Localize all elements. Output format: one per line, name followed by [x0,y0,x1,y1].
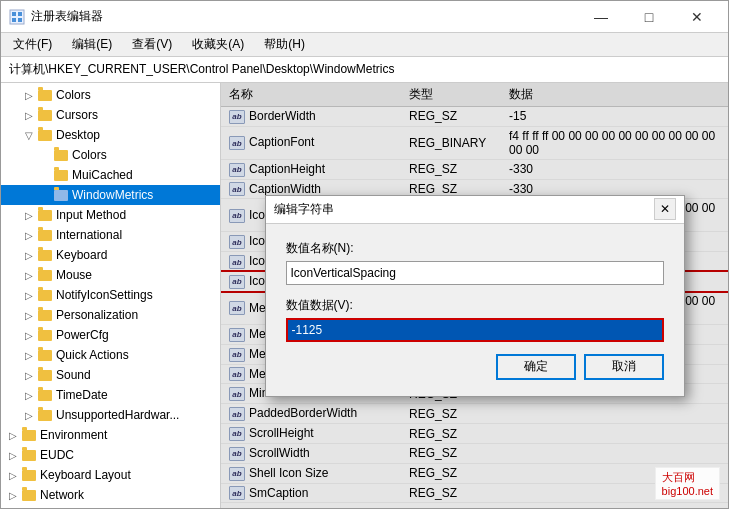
folder-icon [37,207,53,223]
menu-help[interactable]: 帮助(H) [256,34,313,55]
folder-icon [37,387,53,403]
folder-icon [21,427,37,443]
sidebar-item-windowmetrics[interactable]: WindowMetrics [1,185,220,205]
close-button[interactable]: ✕ [674,2,720,32]
sidebar-item-desktop[interactable]: ▽ Desktop [1,125,220,145]
sidebar-label: UnsupportedHardwar... [56,408,179,422]
data-input[interactable] [286,318,664,342]
maximize-button[interactable]: □ [626,2,672,32]
sidebar-item-eudc[interactable]: ▷ EUDC [1,445,220,465]
dialog-close-button[interactable]: ✕ [654,198,676,220]
menu-bar: 文件(F) 编辑(E) 查看(V) 收藏夹(A) 帮助(H) [1,33,728,57]
expander-icon: ▷ [21,347,37,363]
sidebar-label: Sound [56,368,91,382]
sidebar-item-quickactions[interactable]: ▷ Quick Actions [1,345,220,365]
sidebar-item-mouse[interactable]: ▷ Mouse [1,265,220,285]
sidebar-item-timedate[interactable]: ▷ TimeDate [1,385,220,405]
sidebar-item-environment[interactable]: ▷ Environment [1,425,220,445]
sidebar-item-muicached[interactable]: MuiCached [1,165,220,185]
breadcrumb-text: 计算机\HKEY_CURRENT_USER\Control Panel\Desk… [9,61,394,78]
dialog-title-bar: 编辑字符串 ✕ [266,196,684,224]
watermark: 大百网 big100.net [655,467,720,500]
svg-rect-4 [18,18,22,22]
sidebar-label: MuiCached [72,168,133,182]
sidebar-label: PowerCfg [56,328,109,342]
watermark-site: 大百网 [662,471,695,483]
main-area: ▷ Colors ▷ Cursors ▽ Desktop Colors [1,83,728,508]
menu-favorites[interactable]: 收藏夹(A) [184,34,252,55]
expander-icon: ▽ [21,127,37,143]
expander-icon: ▷ [5,467,21,483]
menu-edit[interactable]: 编辑(E) [64,34,120,55]
sidebar-item-powercfg[interactable]: ▷ PowerCfg [1,325,220,345]
name-label: 数值名称(N): [286,240,664,257]
dialog-buttons: 确定 取消 [286,354,664,380]
sidebar-label: Keyboard [56,248,107,262]
expander-icon: ▷ [21,87,37,103]
expander-icon: ▷ [5,447,21,463]
expander-icon: ▷ [21,307,37,323]
content-area: 名称 类型 数据 abBorderWidthREG_SZ-15abCaption… [221,83,728,508]
folder-icon [21,487,37,503]
dialog-title: 编辑字符串 [274,201,334,218]
sidebar-label: NotifyIconSettings [56,288,153,302]
sidebar-item-personalization[interactable]: ▷ Personalization [1,305,220,325]
sidebar-item-network[interactable]: ▷ Network [1,485,220,505]
folder-icon [53,187,69,203]
sidebar-item-keyboardlayout[interactable]: ▷ Keyboard Layout [1,465,220,485]
sidebar-item-international[interactable]: ▷ International [1,225,220,245]
sidebar-item-colors-sub[interactable]: Colors [1,145,220,165]
sidebar-label: Environment [40,428,107,442]
dialog-body: 数值名称(N): 数值数据(V): 确定 取消 [266,224,684,396]
expander-icon [37,147,53,163]
sidebar-item-keyboard[interactable]: ▷ Keyboard [1,245,220,265]
expander-icon: ▷ [21,287,37,303]
edit-string-dialog: 编辑字符串 ✕ 数值名称(N): 数值数据(V): 确定 [265,195,685,397]
menu-view[interactable]: 查看(V) [124,34,180,55]
sidebar-item-notifyiconsettings[interactable]: ▷ NotifyIconSettings [1,285,220,305]
minimize-button[interactable]: — [578,2,624,32]
expander-icon: ▷ [21,367,37,383]
data-label: 数值数据(V): [286,297,664,314]
sidebar-label: Cursors [56,108,98,122]
folder-icon [21,467,37,483]
cancel-button[interactable]: 取消 [584,354,664,380]
folder-icon [21,447,37,463]
expander-icon [37,167,53,183]
sidebar-item-unsupported[interactable]: ▷ UnsupportedHardwar... [1,405,220,425]
folder-icon [37,307,53,323]
menu-file[interactable]: 文件(F) [5,34,60,55]
sidebar-label: Mouse [56,268,92,282]
confirm-button[interactable]: 确定 [496,354,576,380]
folder-icon [53,147,69,163]
watermark-url: big100.net [662,485,713,497]
sidebar-item-sound[interactable]: ▷ Sound [1,365,220,385]
sidebar-label: WindowMetrics [72,188,153,202]
expander-icon: ▷ [21,327,37,343]
folder-icon [37,367,53,383]
name-field-group: 数值名称(N): [286,240,664,285]
sidebar-label: Desktop [56,128,100,142]
svg-rect-3 [12,18,16,22]
sidebar-label: International [56,228,122,242]
expander-icon: ▷ [21,247,37,263]
sidebar-item-colors-top[interactable]: ▷ Colors [1,85,220,105]
folder-icon [37,347,53,363]
breadcrumb: 计算机\HKEY_CURRENT_USER\Control Panel\Desk… [1,57,728,83]
title-bar-left: 注册表编辑器 [9,8,103,25]
folder-icon [53,167,69,183]
main-window: 注册表编辑器 — □ ✕ 文件(F) 编辑(E) 查看(V) 收藏夹(A) 帮助… [0,0,729,509]
folder-icon [37,227,53,243]
expander-icon [37,187,53,203]
expander-icon: ▷ [21,407,37,423]
expander-icon: ▷ [5,487,21,503]
expander-icon: ▷ [21,387,37,403]
expander-icon: ▷ [21,107,37,123]
sidebar-item-cursors[interactable]: ▷ Cursors [1,105,220,125]
window-title: 注册表编辑器 [31,8,103,25]
name-input[interactable] [286,261,664,285]
sidebar-item-inputmethod[interactable]: ▷ Input Method [1,205,220,225]
folder-icon [37,87,53,103]
title-buttons: — □ ✕ [578,2,720,32]
expander-icon: ▷ [21,267,37,283]
